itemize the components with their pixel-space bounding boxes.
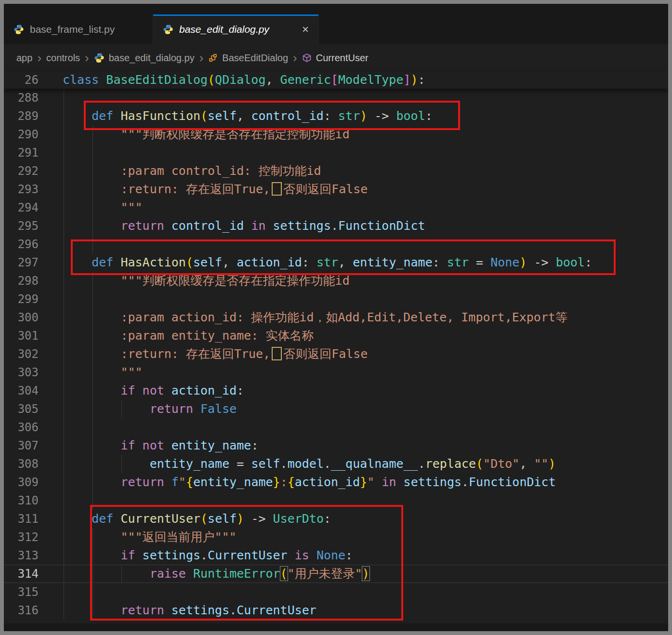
line-number[interactable]: 303	[4, 363, 39, 382]
line-number[interactable]: 294	[4, 198, 39, 217]
bottom-strip	[4, 623, 668, 631]
code-text: return False	[63, 400, 237, 418]
line-number[interactable]: 311	[4, 510, 39, 528]
line-number[interactable]: 314	[4, 565, 39, 583]
code-line-288[interactable]: 288	[4, 89, 668, 107]
code-line-309[interactable]: 309 return f"{entity_name}:{action_id}" …	[4, 473, 668, 491]
sticky-scroll-line[interactable]: 26 class BaseEditDialog(QDialog, Generic…	[4, 71, 668, 89]
breadcrumb-item-app[interactable]: app	[16, 53, 32, 64]
tab-label: base_frame_list.py	[30, 24, 115, 35]
python-icon	[163, 24, 173, 35]
code-line-291[interactable]: 291	[4, 144, 668, 162]
line-number[interactable]: 292	[4, 162, 39, 180]
code-line-290[interactable]: 290 """判断权限缓存是否存在指定控制功能id	[4, 125, 668, 144]
code-line-298[interactable]: 298 """判断权限缓存是否存在指定操作功能id	[4, 272, 668, 290]
titlebar	[4, 4, 668, 14]
code-editor[interactable]: 288289 def HasFunction(self, control_id:…	[4, 89, 668, 623]
breadcrumb-item-CurrentUser[interactable]: CurrentUser	[302, 53, 369, 64]
code-line-304[interactable]: 304 if not action_id:	[4, 382, 668, 400]
code-text: entity_name = self.model.__qualname__.re…	[63, 455, 556, 473]
line-number[interactable]: 288	[4, 89, 39, 107]
code-text: :param entity_name: 实体名称	[63, 327, 314, 345]
tab-base_edit_dialog.py[interactable]: base_edit_dialog.py×	[153, 14, 319, 44]
breadcrumb-label: app	[16, 53, 32, 64]
code-text: return settings.CurrentUser	[63, 601, 316, 620]
code-line-295[interactable]: 295 return control_id in settings.Functi…	[4, 217, 668, 235]
line-number[interactable]: 298	[4, 272, 39, 290]
unicode-highlight-box	[272, 182, 282, 196]
breadcrumb-label: CurrentUser	[316, 53, 369, 64]
breadcrumb-item-BaseEditDialog[interactable]: BaseEditDialog	[208, 53, 288, 64]
line-number[interactable]: 309	[4, 473, 39, 491]
line-number[interactable]: 313	[4, 546, 39, 565]
line-number[interactable]: 305	[4, 400, 39, 418]
python-icon	[13, 24, 24, 35]
code-line-296[interactable]: 296	[4, 235, 668, 253]
breadcrumb-label: base_edit_dialog.py	[109, 53, 195, 64]
code-line-301[interactable]: 301 :param entity_name: 实体名称	[4, 327, 668, 345]
line-number[interactable]: 315	[4, 583, 39, 601]
sticky-code-text: class BaseEditDialog(QDialog, Generic[Mo…	[63, 71, 425, 89]
code-text: :param control_id: 控制功能id	[63, 162, 321, 180]
line-number[interactable]: 312	[4, 528, 39, 546]
code-line-306[interactable]: 306	[4, 418, 668, 437]
code-line-310[interactable]: 310	[4, 491, 668, 510]
code-line-308[interactable]: 308 entity_name = self.model.__qualname_…	[4, 455, 668, 473]
tab-bar: base_frame_list.pybase_edit_dialog.py×	[4, 14, 668, 44]
code-line-312[interactable]: 312 """返回当前用户"""	[4, 528, 668, 546]
line-number[interactable]: 301	[4, 327, 39, 345]
chevron-right-icon: ›	[288, 53, 302, 63]
code-line-297[interactable]: 297 def HasAction(self, action_id: str, …	[4, 253, 668, 272]
line-number[interactable]: 297	[4, 253, 39, 272]
code-line-315[interactable]: 315	[4, 583, 668, 601]
line-number[interactable]: 307	[4, 437, 39, 455]
code-line-311[interactable]: 311 def CurrentUser(self) -> UserDto:	[4, 510, 668, 528]
breadcrumb: app›controls›base_edit_dialog.py›BaseEdi…	[4, 44, 668, 71]
code-line-292[interactable]: 292 :param control_id: 控制功能id	[4, 162, 668, 180]
code-line-303[interactable]: 303 """	[4, 363, 668, 382]
code-line-314[interactable]: 314 raise RuntimeError("用户未登录")	[4, 565, 668, 583]
line-number[interactable]: 316	[4, 601, 39, 620]
bracket-match-highlight: )	[362, 567, 369, 581]
code-line-300[interactable]: 300 :param action_id: 操作功能id，如Add,Edit,D…	[4, 308, 668, 327]
line-number[interactable]: 291	[4, 144, 39, 162]
code-text: :return: 存在返回True,否则返回False	[63, 180, 368, 198]
code-line-305[interactable]: 305 return False	[4, 400, 668, 418]
tab-base_frame_list.py[interactable]: base_frame_list.py	[4, 14, 153, 44]
line-number[interactable]: 293	[4, 180, 39, 198]
code-text: :param action_id: 操作功能id，如Add,Edit,Delet…	[63, 308, 567, 327]
line-number[interactable]: 308	[4, 455, 39, 473]
code-text: """判断权限缓存是否存在指定控制功能id	[63, 125, 350, 144]
code-line-294[interactable]: 294 """	[4, 198, 668, 217]
code-line-293[interactable]: 293 :return: 存在返回True,否则返回False	[4, 180, 668, 198]
method-icon	[302, 53, 312, 63]
line-number[interactable]: 310	[4, 491, 39, 510]
code-text: :return: 存在返回True,否则返回False	[63, 345, 368, 363]
code-text: if not action_id:	[63, 382, 244, 400]
breadcrumb-item-controls[interactable]: controls	[46, 53, 80, 64]
code-text: if not entity_name:	[63, 437, 258, 455]
line-number[interactable]: 300	[4, 308, 39, 327]
class-icon	[208, 53, 218, 63]
code-line-316[interactable]: 316 return settings.CurrentUser	[4, 601, 668, 620]
code-text: """	[63, 198, 143, 217]
code-line-302[interactable]: 302 :return: 存在返回True,否则返回False	[4, 345, 668, 363]
line-number[interactable]: 289	[4, 107, 39, 125]
code-line-289[interactable]: 289 def HasFunction(self, control_id: st…	[4, 107, 668, 125]
close-icon[interactable]: ×	[302, 24, 309, 35]
line-number[interactable]: 304	[4, 382, 39, 400]
line-number[interactable]: 299	[4, 290, 39, 308]
line-number[interactable]: 302	[4, 345, 39, 363]
vscode-window: base_frame_list.pybase_edit_dialog.py× a…	[4, 4, 668, 631]
code-line-313[interactable]: 313 if settings.CurrentUser is None:	[4, 546, 668, 565]
bracket-match-highlight: (	[280, 567, 288, 581]
code-line-307[interactable]: 307 if not entity_name:	[4, 437, 668, 455]
code-line-299[interactable]: 299	[4, 290, 668, 308]
breadcrumb-item-base_edit_dialog.py[interactable]: base_edit_dialog.py	[94, 53, 195, 64]
line-number[interactable]: 296	[4, 235, 39, 253]
line-number[interactable]: 290	[4, 125, 39, 144]
line-number[interactable]: 295	[4, 217, 39, 235]
unicode-highlight-box	[272, 347, 282, 360]
python-icon	[94, 53, 105, 63]
line-number[interactable]: 306	[4, 418, 39, 437]
